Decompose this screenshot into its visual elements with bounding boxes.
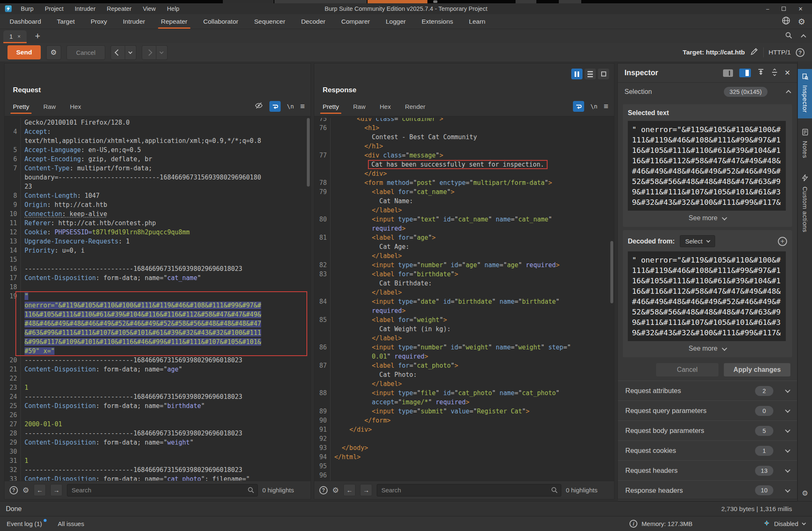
request-tab-hex[interactable]: Hex — [70, 103, 81, 110]
response-tab-pretty[interactable]: Pretty — [323, 103, 339, 110]
tab-sequencer[interactable]: Sequencer — [246, 14, 293, 29]
tab-dashboard[interactable]: Dashboard — [2, 14, 49, 29]
show-newlines-toggle[interactable]: \n — [590, 103, 597, 110]
request-tab-pretty[interactable]: Pretty — [13, 103, 29, 110]
add-decoder-icon[interactable]: + — [778, 237, 787, 246]
sidebar-tab-custom-actions[interactable]: Custom actions — [798, 170, 812, 238]
request-settings-gear-icon[interactable]: ⚙ — [46, 45, 61, 60]
tab-collaborator[interactable]: Collaborator — [195, 14, 246, 29]
see-more-button[interactable]: See more — [628, 214, 787, 223]
inspector-section-request-body-parameters[interactable]: Request body parameters5 — [618, 420, 797, 440]
expand-all-icon[interactable] — [757, 69, 765, 78]
inspector-section-request-attributes[interactable]: Request attributes2 — [618, 381, 797, 401]
collapse-all-icon[interactable] — [771, 69, 778, 78]
back-button[interactable] — [111, 45, 125, 60]
expand-section-icon[interactable] — [785, 408, 790, 413]
inspector-cancel-button[interactable]: Cancel — [656, 363, 718, 376]
hide-nonprintable-eye-icon[interactable] — [254, 101, 263, 111]
forward-button[interactable] — [142, 45, 156, 60]
tab-intruder[interactable]: Intruder — [115, 14, 153, 29]
expand-section-icon[interactable] — [785, 467, 790, 473]
word-wrap-toggle-icon[interactable] — [573, 101, 584, 112]
selection-section-header[interactable]: Selection 325 (0x145) — [618, 83, 797, 101]
menu-item-help[interactable]: Help — [167, 5, 180, 12]
collapse-tabs-icon[interactable] — [801, 34, 806, 39]
send-button[interactable]: Send — [7, 45, 41, 59]
request-editor[interactable]: Gecko/20100101 Firefox/128.04Accept:text… — [5, 116, 311, 481]
repeater-tab-1[interactable]: 1 × — [3, 30, 27, 43]
minimize-button[interactable]: – — [766, 6, 769, 12]
apply-changes-button[interactable]: Apply changes — [724, 363, 790, 376]
response-search-input[interactable] — [377, 484, 561, 497]
word-wrap-toggle-icon[interactable] — [269, 101, 281, 112]
tab-close-icon[interactable]: × — [17, 33, 21, 39]
tab-proxy[interactable]: Proxy — [83, 14, 115, 29]
request-scrollbar[interactable] — [307, 118, 310, 187]
decoder-select-dropdown[interactable]: Select — [680, 235, 715, 247]
search-settings-gear-icon[interactable]: ⚙ — [332, 486, 339, 495]
menu-item-intruder[interactable]: Intruder — [75, 5, 96, 12]
forward-dropdown-button[interactable] — [156, 45, 168, 60]
tab-logger[interactable]: Logger — [378, 14, 414, 29]
response-tab-render[interactable]: Render — [405, 103, 425, 110]
next-match-button[interactable]: → — [360, 484, 372, 496]
search-tabs-icon[interactable] — [785, 32, 792, 41]
next-match-button[interactable]: → — [50, 484, 62, 496]
maximize-button[interactable] — [782, 7, 786, 11]
search-help-icon[interactable]: ? — [10, 486, 18, 494]
response-tab-hex[interactable]: Hex — [380, 103, 391, 110]
request-search-input[interactable] — [67, 484, 258, 497]
decoded-text-value[interactable]: " onerror="&#119&#105&#110&#100&#111&#11… — [628, 251, 786, 341]
request-tab-raw[interactable]: Raw — [43, 103, 56, 110]
rows-layout-button[interactable] — [585, 69, 596, 79]
tab-target[interactable]: Target — [49, 14, 83, 29]
single-layout-button[interactable] — [598, 69, 609, 79]
search-help-icon[interactable]: ? — [319, 486, 328, 494]
expand-section-icon[interactable] — [785, 428, 790, 433]
expand-section-icon[interactable] — [785, 388, 790, 393]
response-scrollbar[interactable] — [610, 241, 613, 303]
inspector-section-request-cookies[interactable]: Request cookies1 — [618, 440, 797, 460]
all-issues-button[interactable]: All issues — [58, 520, 84, 527]
tab-learn[interactable]: Learn — [461, 14, 494, 29]
sidebar-tab-inspector[interactable]: Inspector — [798, 69, 812, 118]
inspector-close-icon[interactable]: ✕ — [785, 69, 790, 77]
columns-layout-button[interactable] — [571, 69, 582, 79]
inspector-dock-right-icon[interactable] — [739, 69, 751, 77]
close-button[interactable]: ✕ — [798, 6, 803, 12]
tab-decoder[interactable]: Decoder — [293, 14, 333, 29]
tab-extensions[interactable]: Extensions — [414, 14, 461, 29]
menu-item-view[interactable]: View — [143, 5, 155, 12]
collapse-selection-icon[interactable] — [786, 90, 791, 95]
inspector-section-response-headers[interactable]: Response headers10 — [618, 480, 797, 500]
prev-match-button[interactable]: ← — [34, 484, 46, 496]
response-viewer[interactable]: 75 <div class="container">76 <h1> Contes… — [314, 116, 614, 481]
editor-menu-icon[interactable]: ≡ — [300, 102, 305, 111]
sidebar-settings-gear-icon[interactable]: ⚙ — [798, 489, 812, 498]
browser-globe-icon[interactable] — [782, 16, 790, 27]
menu-item-repeater[interactable]: Repeater — [107, 5, 132, 12]
response-tab-raw[interactable]: Raw — [353, 103, 365, 110]
http-version-label[interactable]: HTTP/1 — [769, 49, 791, 56]
selected-text-value[interactable]: " onerror="&#119&#105&#110&#100&#111&#11… — [628, 121, 786, 211]
back-dropdown-button[interactable] — [125, 45, 136, 60]
search-settings-gear-icon[interactable]: ⚙ — [22, 486, 29, 495]
inspector-section-request-headers[interactable]: Request headers13 — [618, 460, 797, 480]
new-tab-button[interactable]: + — [35, 32, 40, 40]
show-newlines-toggle[interactable]: \n — [287, 103, 294, 110]
intercept-state-label[interactable]: Disabled — [774, 520, 798, 527]
sidebar-tab-notes[interactable]: Notes — [798, 124, 812, 164]
tab-comparer[interactable]: Comparer — [333, 14, 378, 29]
intercept-dropdown-icon[interactable] — [802, 521, 806, 525]
event-log-button[interactable]: Event log (1) — [7, 520, 42, 527]
see-more-button[interactable]: See more — [628, 345, 787, 353]
cancel-button[interactable]: Cancel — [67, 45, 105, 60]
menu-item-burp[interactable]: Burp — [21, 5, 34, 12]
edit-target-pencil-icon[interactable] — [750, 47, 758, 57]
help-icon[interactable]: ? — [796, 48, 805, 57]
expand-section-icon[interactable] — [785, 487, 790, 492]
inspector-section-request-query-parameters[interactable]: Request query parameters0 — [618, 401, 797, 420]
tab-repeater[interactable]: Repeater — [153, 14, 195, 29]
expand-section-icon[interactable] — [785, 447, 790, 453]
prev-match-button[interactable]: ← — [343, 484, 355, 496]
